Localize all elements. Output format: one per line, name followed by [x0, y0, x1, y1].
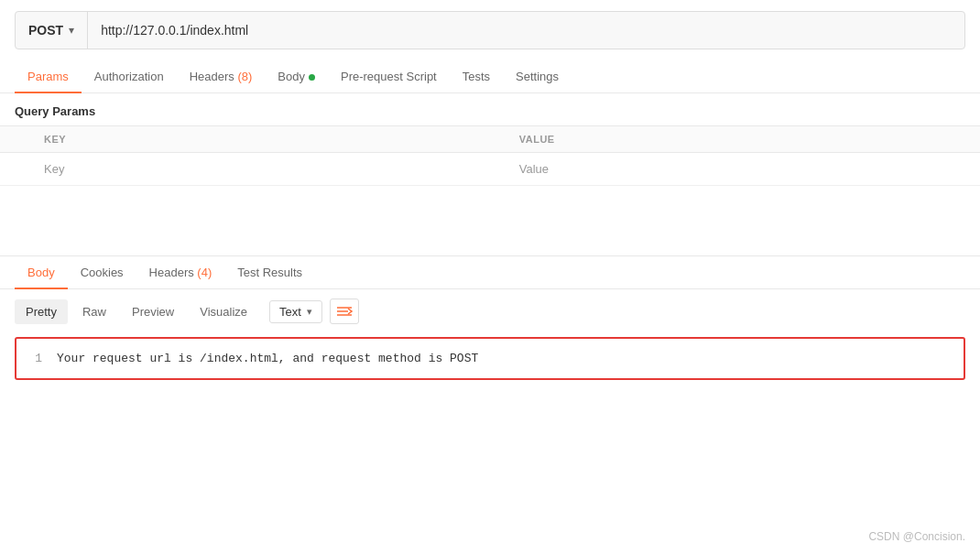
response-tab-body[interactable]: Body [15, 256, 68, 288]
key-placeholder: Key [44, 162, 64, 176]
app-container: POST ▾ Params Authorization Headers (8) … [0, 11, 980, 543]
col-value: VALUE [505, 126, 980, 153]
url-bar: POST ▾ [15, 11, 965, 49]
tab-headers[interactable]: Headers (8) [177, 60, 266, 92]
params-table: KEY VALUE Key Value [0, 125, 980, 186]
spacer [0, 186, 980, 241]
body-toolbar: Pretty Raw Preview Visualize Text ▾ [0, 289, 980, 333]
value-placeholder: Value [519, 162, 549, 176]
response-tabs: Body Cookies Headers (4) Test Results [0, 256, 980, 289]
format-selector[interactable]: Text ▾ [269, 300, 322, 323]
request-tabs: Params Authorization Headers (8) Body Pr… [0, 60, 980, 93]
tab-body[interactable]: Body [265, 60, 328, 92]
tab-settings[interactable]: Settings [503, 60, 572, 92]
method-selector[interactable]: POST ▾ [16, 12, 88, 49]
col-checkbox [0, 126, 29, 153]
format-label: Text [279, 305, 301, 319]
wrap-toggle-button[interactable] [330, 299, 359, 324]
view-visualize[interactable]: Visualize [189, 299, 258, 324]
response-tab-headers[interactable]: Headers (4) [136, 256, 225, 288]
code-response-area: 1 Your request url is /index.html, and r… [15, 337, 965, 380]
tab-params[interactable]: Params [15, 60, 82, 92]
tab-pre-request[interactable]: Pre-request Script [328, 60, 450, 92]
tab-authorization[interactable]: Authorization [82, 60, 177, 92]
view-preview[interactable]: Preview [121, 299, 185, 324]
table-row: Key Value [0, 153, 980, 186]
value-cell[interactable]: Value [505, 153, 980, 186]
tab-tests[interactable]: Tests [450, 60, 503, 92]
view-pretty[interactable]: Pretty [15, 299, 68, 324]
response-tab-test-results[interactable]: Test Results [224, 256, 315, 288]
col-key: KEY [29, 126, 505, 153]
watermark: CSDN @Concision. [868, 530, 965, 543]
code-content: Your request url is /index.html, and req… [57, 352, 953, 365]
headers-badge: (8) [237, 70, 252, 83]
method-label: POST [28, 23, 63, 38]
key-cell[interactable]: Key [29, 153, 505, 186]
view-raw[interactable]: Raw [71, 299, 117, 324]
response-headers-badge: (4) [197, 266, 212, 279]
query-params-header: Query Params [0, 93, 980, 125]
response-section: Body Cookies Headers (4) Test Results Pr… [0, 256, 980, 380]
code-line: 1 Your request url is /index.html, and r… [27, 352, 953, 365]
response-tab-cookies[interactable]: Cookies [68, 256, 136, 288]
line-number: 1 [27, 352, 42, 365]
method-chevron-icon: ▾ [69, 24, 74, 37]
wrap-icon [336, 305, 353, 318]
url-input[interactable] [88, 23, 964, 38]
format-chevron-icon: ▾ [307, 306, 312, 318]
row-checkbox-cell [0, 153, 29, 186]
body-dot-icon [309, 74, 315, 81]
